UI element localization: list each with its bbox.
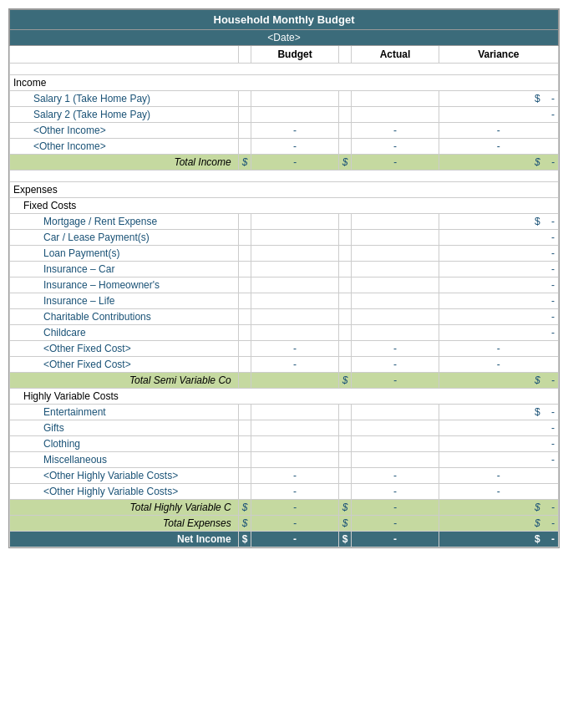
ins-home-variance: -	[439, 277, 558, 293]
total-semi-var-variance: $ -	[439, 373, 558, 389]
fixed-item-ins-car: Insurance – Car -	[10, 262, 559, 277]
total-expenses-label: Total Expenses	[10, 516, 239, 532]
date-row: <Date>	[10, 30, 559, 46]
fixed-item-loan: Loan Payment(s) -	[10, 246, 559, 262]
total-income-budget-dollar: $	[238, 155, 251, 171]
misc-label: Miscellaneous	[10, 452, 239, 468]
car-lease-actual[interactable]	[352, 230, 439, 246]
mortgage-variance: $ -	[439, 214, 558, 230]
other-income1-budget[interactable]: -	[251, 123, 338, 139]
income-item-other2: <Other Income> - - -	[10, 139, 559, 155]
fixed-item-charitable: Charitable Contributions -	[10, 309, 559, 325]
misc-budget[interactable]	[251, 452, 338, 468]
ins-life-budget[interactable]	[251, 293, 338, 309]
entertainment-budget[interactable]	[251, 405, 338, 420]
clothing-label: Clothing	[10, 436, 239, 452]
other-fixed2-budget[interactable]: -	[251, 357, 338, 373]
other-income2-budget[interactable]: -	[251, 139, 338, 155]
ins-car-label: Insurance – Car	[10, 262, 239, 277]
fixed-item-car-lease: Car / Lease Payment(s) -	[10, 230, 559, 246]
total-hv-variance: $ -	[439, 500, 558, 516]
childcare-actual[interactable]	[352, 325, 439, 341]
total-income-actual-dollar: $	[338, 155, 352, 171]
entertainment-variance: $ -	[439, 405, 558, 420]
expenses-section-row: Expenses	[10, 182, 559, 198]
other-income2-label: <Other Income>	[10, 139, 239, 155]
col-variance-header: Variance	[439, 46, 558, 64]
total-hv-label: Total Highly Variable C	[10, 500, 239, 516]
net-income-row: Net Income $ - $ - $ -	[10, 532, 559, 547]
fixed-item-other1: <Other Fixed Cost> - - -	[10, 341, 559, 357]
other-hv2-variance: -	[439, 484, 558, 500]
clothing-actual[interactable]	[352, 436, 439, 452]
highly-variable-label: Highly Variable Costs	[10, 389, 559, 405]
other-fixed2-actual[interactable]: -	[352, 357, 439, 373]
hv-item-misc: Miscellaneous -	[10, 452, 559, 468]
hv-item-clothing: Clothing -	[10, 436, 559, 452]
car-lease-variance: -	[439, 230, 558, 246]
other-hv1-label: <Other Highly Variable Costs>	[10, 468, 239, 484]
ins-home-budget[interactable]	[251, 277, 338, 293]
childcare-budget[interactable]	[251, 325, 338, 341]
entertainment-actual[interactable]	[352, 405, 439, 420]
other-hv1-actual[interactable]: -	[352, 468, 439, 484]
ins-life-actual[interactable]	[352, 293, 439, 309]
other-hv1-budget[interactable]: -	[251, 468, 338, 484]
other-income1-actual[interactable]: -	[352, 123, 439, 139]
ins-car-budget[interactable]	[251, 262, 338, 277]
salary1-actual[interactable]	[352, 91, 439, 107]
ins-home-actual[interactable]	[352, 277, 439, 293]
charitable-actual[interactable]	[352, 309, 439, 325]
mortgage-budget[interactable]	[251, 214, 338, 230]
misc-actual[interactable]	[352, 452, 439, 468]
other-hv2-budget[interactable]: -	[251, 484, 338, 500]
total-semi-var-actual: -	[352, 373, 439, 389]
entertainment-label: Entertainment	[10, 405, 239, 420]
total-semi-variable-row: Total Semi Variable Co $ - $ -	[10, 373, 559, 389]
salary2-budget[interactable]	[251, 107, 338, 123]
total-hv-row: Total Highly Variable C $ - $ - $ -	[10, 500, 559, 516]
gifts-actual[interactable]	[352, 420, 439, 436]
net-income-budget-dollar: $	[238, 532, 251, 547]
highly-variable-row: Highly Variable Costs	[10, 389, 559, 405]
charitable-budget[interactable]	[251, 309, 338, 325]
income-item-salary1: Salary 1 (Take Home Pay) $ -	[10, 91, 559, 107]
total-expenses-actual: -	[352, 516, 439, 532]
other-fixed1-actual[interactable]: -	[352, 341, 439, 357]
car-lease-label: Car / Lease Payment(s)	[10, 230, 239, 246]
gifts-variance: -	[439, 420, 558, 436]
clothing-budget[interactable]	[251, 436, 338, 452]
net-income-actual-dollar: $	[338, 532, 352, 547]
net-income-label: Net Income	[10, 532, 239, 547]
ins-car-variance: -	[439, 262, 558, 277]
fixed-costs-label: Fixed Costs	[10, 198, 559, 214]
charitable-label: Charitable Contributions	[10, 309, 239, 325]
other-fixed1-budget[interactable]: -	[251, 341, 338, 357]
col-label-header	[10, 46, 239, 64]
ins-car-actual[interactable]	[352, 262, 439, 277]
col-budget-header: Budget	[251, 46, 338, 64]
total-income-actual: -	[352, 155, 439, 171]
gifts-budget[interactable]	[251, 420, 338, 436]
ins-home-label: Insurance – Homeowner's	[10, 277, 239, 293]
other-hv2-actual[interactable]: -	[352, 484, 439, 500]
fixed-item-mortgage: Mortgage / Rent Expense $ -	[10, 214, 559, 230]
hv-item-other2: <Other Highly Variable Costs> - - -	[10, 484, 559, 500]
mortgage-actual[interactable]	[352, 214, 439, 230]
total-hv-actual: -	[352, 500, 439, 516]
total-hv-budget-dollar: $	[238, 500, 251, 516]
other-income1-variance: -	[439, 123, 558, 139]
car-lease-budget[interactable]	[251, 230, 338, 246]
fixed-item-ins-life: Insurance – Life -	[10, 293, 559, 309]
other-income2-actual[interactable]: -	[352, 139, 439, 155]
salary1-budget[interactable]	[251, 91, 338, 107]
salary2-actual[interactable]	[352, 107, 439, 123]
other-income2-variance: -	[439, 139, 558, 155]
loan-actual[interactable]	[352, 246, 439, 262]
loan-label: Loan Payment(s)	[10, 246, 239, 262]
mortgage-label: Mortgage / Rent Expense	[10, 214, 239, 230]
net-income-variance: $ -	[439, 532, 558, 547]
spacer-row-1	[10, 64, 559, 75]
ins-life-label: Insurance – Life	[10, 293, 239, 309]
loan-budget[interactable]	[251, 246, 338, 262]
